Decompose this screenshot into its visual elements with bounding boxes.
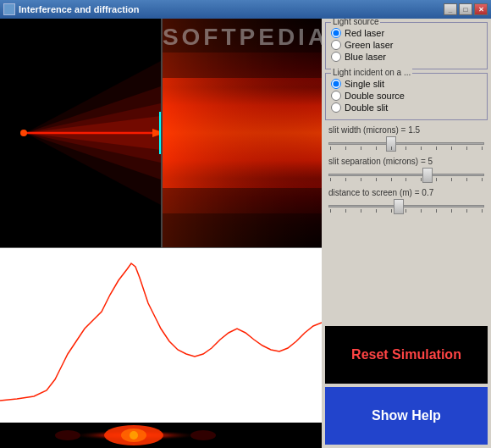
svg-rect-14 bbox=[161, 19, 322, 53]
red-laser-label: Red laser bbox=[345, 28, 384, 38]
svg-point-10 bbox=[20, 130, 27, 136]
distance-screen-label: distance to screen (m) = 0.7 bbox=[328, 188, 484, 197]
close-button[interactable]: ✕ bbox=[474, 3, 488, 15]
intensity-strip-svg bbox=[0, 423, 322, 448]
light-source-group: Light source Red laser Green laser Blue … bbox=[325, 22, 488, 69]
light-source-title: Light source bbox=[331, 19, 380, 26]
maximize-button[interactable]: □ bbox=[459, 3, 472, 15]
intensity-graph-svg bbox=[0, 248, 322, 423]
app-icon bbox=[3, 3, 15, 15]
svg-rect-16 bbox=[161, 53, 322, 78]
red-laser-radio[interactable] bbox=[331, 28, 341, 38]
main-container: Light source Red laser Green laser Blue … bbox=[0, 19, 491, 448]
svg-rect-18 bbox=[0, 248, 322, 423]
title-bar: Interference and diffraction _ □ ✕ bbox=[0, 0, 491, 19]
radio-red-laser[interactable]: Red laser bbox=[331, 28, 482, 38]
green-laser-radio[interactable] bbox=[331, 40, 341, 50]
show-help-button[interactable]: Show Help bbox=[325, 387, 488, 445]
double-source-radio[interactable] bbox=[331, 91, 341, 101]
blue-laser-radio[interactable] bbox=[331, 52, 341, 62]
graph-panel bbox=[0, 247, 322, 448]
svg-point-23 bbox=[130, 431, 138, 440]
blue-laser-label: Blue laser bbox=[345, 52, 386, 62]
reset-simulation-button[interactable]: Reset Simulation bbox=[325, 326, 488, 384]
double-slit-radio[interactable] bbox=[331, 102, 341, 113]
window-title: Interference and diffraction bbox=[19, 4, 139, 14]
slit-width-section: slit width (microns) = 1.5 bbox=[325, 124, 488, 152]
light-incident-title: Light incident on a ... bbox=[331, 68, 412, 77]
laser-panel bbox=[0, 19, 322, 247]
svg-rect-15 bbox=[161, 213, 322, 247]
slit-width-slider[interactable] bbox=[328, 142, 484, 145]
svg-point-24 bbox=[55, 430, 80, 440]
light-incident-group: Light incident on a ... Single slit Doub… bbox=[325, 73, 488, 120]
slit-separation-label: slit separation (microns) = 5 bbox=[328, 157, 484, 166]
svg-point-25 bbox=[190, 430, 216, 440]
controls-panel: Light source Red laser Green laser Blue … bbox=[322, 19, 491, 448]
radio-blue-laser[interactable]: Blue laser bbox=[331, 52, 482, 62]
slit-separation-section: slit separation (microns) = 5 bbox=[325, 155, 488, 183]
spacer bbox=[325, 218, 488, 319]
single-slit-radio[interactable] bbox=[331, 79, 341, 89]
radio-double-source[interactable]: Double source bbox=[331, 91, 482, 101]
distance-screen-slider[interactable] bbox=[328, 205, 484, 207]
title-bar-left: Interference and diffraction bbox=[3, 3, 139, 15]
double-slit-label: Double slit bbox=[345, 102, 388, 113]
single-slit-label: Single slit bbox=[345, 79, 384, 89]
title-bar-buttons: _ □ ✕ bbox=[444, 3, 488, 15]
svg-rect-17 bbox=[161, 188, 322, 213]
slit-width-label: slit width (microns) = 1.5 bbox=[328, 125, 484, 135]
slit-separation-slider[interactable] bbox=[328, 174, 484, 176]
intensity-strip bbox=[0, 423, 322, 448]
simulation-area bbox=[0, 19, 322, 448]
radio-single-slit[interactable]: Single slit bbox=[331, 79, 482, 89]
minimize-button[interactable]: _ bbox=[444, 3, 457, 15]
radio-green-laser[interactable]: Green laser bbox=[331, 40, 482, 50]
double-source-label: Double source bbox=[345, 91, 405, 101]
distance-screen-section: distance to screen (m) = 0.7 bbox=[325, 186, 488, 214]
diffraction-panel bbox=[161, 19, 322, 247]
diffraction-svg bbox=[161, 19, 322, 247]
green-laser-label: Green laser bbox=[345, 40, 393, 50]
radio-double-slit[interactable]: Double slit bbox=[331, 102, 482, 113]
slit-indicator bbox=[159, 112, 163, 154]
